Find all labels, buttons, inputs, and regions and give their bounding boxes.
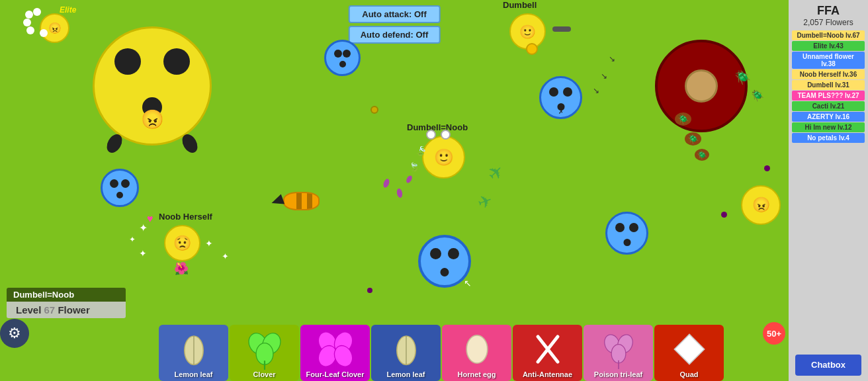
leaderboard-item-7[interactable]: AZERTY lv.16 <box>792 112 865 122</box>
leaderboard-item-9[interactable]: No petals lv.4 <box>792 133 865 143</box>
blue-bug-2: ✗ <box>539 76 582 119</box>
petal-icon-5 <box>528 329 568 369</box>
petal-slot-0[interactable]: Lemon leaf <box>159 325 228 381</box>
leaderboard-item-5[interactable]: TEAM PLS??? lv.27 <box>792 91 865 101</box>
level-flower-box: Level 67 Flower <box>7 302 126 318</box>
star: ✦ <box>129 235 136 244</box>
petal <box>26 26 34 34</box>
dragonfly-1: ✈ <box>483 160 509 187</box>
leaderboard: Dumbell=Noob lv.67Elite lv.43Unnamed flo… <box>792 30 865 144</box>
petal-label-5: Anti-Antennae <box>523 370 572 378</box>
star: ✦ <box>205 238 213 249</box>
flower-text: Flower <box>55 304 90 316</box>
petal-icon-4 <box>457 329 497 369</box>
leaderboard-item-1[interactable]: Elite lv.43 <box>792 41 865 51</box>
petal-icon-1 <box>245 329 284 369</box>
dumbell-label: Dumbell <box>503 0 537 10</box>
svg-point-13 <box>466 335 488 363</box>
petal-label-3: Lemon leaf <box>386 370 425 378</box>
chatbox-button[interactable]: Chatbox <box>795 355 861 376</box>
dumbell-noob-center-label: Dumbell=Noob <box>407 122 468 132</box>
petal-label-1: Clover <box>253 370 275 378</box>
leaderboard-item-4[interactable]: Dumbell lv.31 <box>792 80 865 90</box>
petal-scatter <box>382 178 390 189</box>
brown-bug-1: 🪲 <box>675 112 691 126</box>
player-info: Dumbell=Noob Level 67 Flower <box>7 288 126 318</box>
bee-hive <box>370 106 378 114</box>
brown-bug-3: 🪲 <box>695 149 709 161</box>
purple-dot <box>764 165 770 171</box>
elite-flower: 😠 <box>40 13 69 43</box>
petal-slot-3[interactable]: Lemon leaf <box>371 325 441 381</box>
leaderboard-item-0[interactable]: Dumbell=Noob lv.67 <box>792 30 865 40</box>
flowers-count: 2,057 Flowers <box>803 18 853 27</box>
petal-icon-6 <box>599 329 638 369</box>
bottom-bar: Lemon leafCloverFour-Leaf CloverLemon le… <box>159 321 794 381</box>
dumbell-bar <box>552 26 571 32</box>
petal-label-4: Hornet egg <box>457 370 496 378</box>
fly-2: 🪲 <box>751 89 764 102</box>
leaf-2: 🍃 <box>408 161 420 173</box>
svg-marker-20 <box>674 334 704 364</box>
petal-slot-2[interactable]: Four-Leaf Clover <box>300 325 370 381</box>
level-num: 67 <box>44 304 56 316</box>
blue-bug-3 <box>101 169 139 207</box>
noob-herself-label: Noob Herself <box>159 212 212 222</box>
petal-label-7: Quad <box>679 370 698 378</box>
svg-point-18 <box>611 345 626 363</box>
petal-slot-5[interactable]: Anti-Antennae <box>513 325 582 381</box>
leaderboard-item-2[interactable]: Unnamed flower lv.38 <box>792 52 865 69</box>
petal-label-0: Lemon leaf <box>174 370 212 378</box>
fly-1: 🪲 <box>734 69 751 85</box>
leaderboard-item-8[interactable]: Hi Im new lv.12 <box>792 122 865 132</box>
level-text: Level <box>16 304 44 316</box>
star: ✦ <box>222 251 229 261</box>
leaderboard-item-3[interactable]: Noob Herself lv.36 <box>792 69 865 79</box>
dumbell-noob-flower: 🙂 <box>422 136 465 179</box>
petal <box>23 19 31 26</box>
big-ladybug: 😠 <box>93 26 212 146</box>
purple-dot <box>721 212 727 218</box>
ffa-title: FFA <box>817 4 840 18</box>
elite-label: Elite <box>60 5 76 15</box>
arrow-deco: ↘ <box>593 86 599 95</box>
petal-icon-3 <box>386 329 426 369</box>
red-flower: 🌺 <box>174 261 189 276</box>
bee-entity <box>283 192 320 210</box>
petal <box>25 11 33 19</box>
petal <box>40 29 48 37</box>
petal-label-6: Poison tri-leaf <box>594 370 642 378</box>
blue-bug-1 <box>324 40 361 76</box>
dragonfly-2: ✈ <box>474 190 495 214</box>
leaderboard-item-6[interactable]: Cacti lv.21 <box>792 101 865 111</box>
petal-icon-7 <box>670 329 709 369</box>
target-circle <box>655 40 748 132</box>
auto-defend-button[interactable]: Auto defend: Off <box>349 26 441 44</box>
petal-slot-6[interactable]: Poison tri-leaf <box>584 325 653 381</box>
auto-attack-button[interactable]: Auto attack: Off <box>349 5 441 23</box>
petal <box>33 8 41 16</box>
petal-scatter <box>405 175 413 184</box>
petal-icon-2 <box>316 329 355 369</box>
blue-bug-4: ↖ <box>418 235 471 288</box>
noob-flower: 😟 <box>164 225 200 261</box>
star: ✦ <box>139 248 147 259</box>
petal-slot-4[interactable]: Hornet egg <box>442 325 511 381</box>
right-panel: FFA 2,057 Flowers Dumbell=Noob lv.67Elit… <box>789 0 868 381</box>
blue-bug-5 <box>605 212 648 255</box>
arrow-deco: ↘ <box>601 71 607 81</box>
heart-icon: ♥ <box>147 213 153 225</box>
petal-slot-7[interactable]: Quad <box>654 325 724 381</box>
petal-icon-0 <box>174 329 214 369</box>
petal-label-2: Four-Leaf Clover <box>306 370 364 378</box>
purple-dot <box>367 288 372 293</box>
petal-scatter <box>396 188 403 198</box>
player-name-box: Dumbell=Noob <box>7 288 126 302</box>
hud-controls: Auto attack: Off Auto defend: Off <box>349 5 441 44</box>
settings-button[interactable]: ⚙ <box>0 319 29 348</box>
arrow-deco: ↘ <box>609 54 615 64</box>
brown-bug-2: 🪲 <box>685 132 701 146</box>
petal-slot-1[interactable]: Clover <box>230 325 299 381</box>
small-orb <box>526 43 538 55</box>
star: ✦ <box>139 222 148 234</box>
